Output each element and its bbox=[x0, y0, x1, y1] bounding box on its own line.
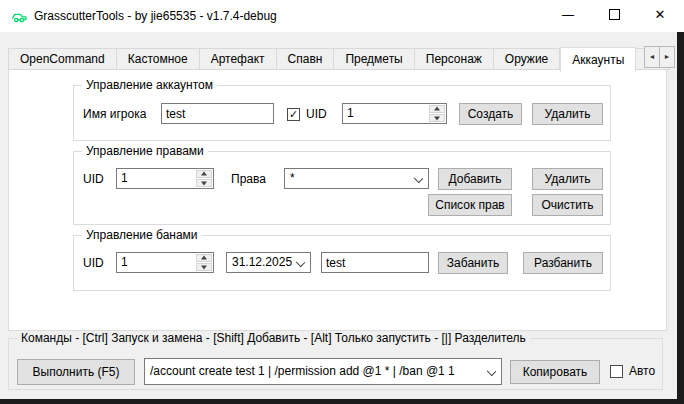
tab-custom[interactable]: Кастомное bbox=[117, 48, 200, 70]
chevron-down-icon bbox=[414, 174, 423, 183]
window-title: GrasscutterTools - by jie65535 - v1.7.4-… bbox=[34, 0, 277, 32]
close-button[interactable]: ✕ bbox=[637, 0, 683, 32]
triangle-up-icon bbox=[434, 107, 440, 111]
tab-scroll-right-button[interactable]: ► bbox=[659, 46, 675, 68]
uid-checkbox-label: UID bbox=[306, 107, 327, 121]
maximize-icon bbox=[609, 9, 620, 20]
auto-checkbox-wrap: Авто bbox=[610, 364, 655, 378]
uid-checkbox-wrap: ✓ UID bbox=[287, 107, 327, 121]
chevron-down-icon bbox=[296, 258, 305, 267]
triangle-up-icon bbox=[201, 172, 207, 176]
unban-button[interactable]: Разбанить bbox=[523, 252, 603, 274]
ban-date-picker[interactable]: 31.12.2025 bbox=[226, 252, 311, 273]
uid-checkbox[interactable]: ✓ bbox=[287, 108, 300, 121]
ban-uid-value: 1 bbox=[121, 253, 128, 272]
account-management-group: Управление аккаунтом Имя игрока ✓ UID 1 … bbox=[73, 85, 611, 141]
ban-date-value: 31.12.2025 bbox=[232, 253, 292, 272]
ban-uid-label: UID bbox=[83, 252, 104, 274]
minimize-icon: — bbox=[562, 8, 574, 22]
account-uid-stepper[interactable]: 1 bbox=[342, 103, 447, 124]
tab-weapon[interactable]: Оружие bbox=[494, 48, 560, 70]
account-uid-value: 1 bbox=[347, 104, 354, 123]
title-bar: GrasscutterTools - by jie65535 - v1.7.4-… bbox=[0, 0, 684, 32]
close-icon: ✕ bbox=[655, 7, 666, 22]
spinner bbox=[196, 170, 212, 187]
permission-management-group: Управление правами UID 1 Права * Добавит… bbox=[73, 151, 611, 225]
triangle-down-icon bbox=[434, 116, 440, 120]
app-icon bbox=[11, 8, 28, 25]
run-command-button[interactable]: Выполнить (F5) bbox=[17, 359, 135, 385]
tab-opencommand[interactable]: OpenCommand bbox=[8, 48, 117, 70]
check-icon: ✓ bbox=[289, 108, 298, 120]
ban-uid-stepper[interactable]: 1 bbox=[116, 252, 214, 273]
ban-reason-input[interactable] bbox=[321, 252, 429, 273]
maximize-button[interactable] bbox=[591, 0, 637, 32]
perm-uid-stepper[interactable]: 1 bbox=[116, 168, 214, 189]
spinner-down-button[interactable] bbox=[196, 179, 212, 187]
tab-spawn[interactable]: Спавн bbox=[277, 48, 335, 70]
tab-accounts[interactable]: Аккаунты bbox=[560, 47, 636, 72]
perm-label: Права bbox=[231, 168, 266, 190]
triangle-down-icon bbox=[201, 265, 207, 269]
ban-button[interactable]: Забанить bbox=[438, 252, 508, 274]
tab-scroll-buttons: ◄ ► bbox=[645, 46, 675, 68]
spinner-up-button[interactable] bbox=[196, 254, 212, 262]
triangle-down-icon bbox=[201, 181, 207, 185]
command-combo[interactable]: /account create test 1 | /permission add… bbox=[144, 358, 502, 385]
perm-combo-value: * bbox=[290, 169, 410, 188]
group-title: Управление аккаунтом bbox=[82, 78, 217, 93]
spinner-down-button[interactable] bbox=[429, 114, 445, 122]
copy-command-button[interactable]: Копировать bbox=[510, 360, 600, 384]
spinner-up-button[interactable] bbox=[196, 170, 212, 178]
player-name-input[interactable] bbox=[161, 103, 274, 124]
perm-uid-label: UID bbox=[83, 168, 104, 190]
auto-checkbox[interactable] bbox=[610, 365, 623, 378]
spinner bbox=[429, 105, 445, 122]
add-permission-button[interactable]: Добавить bbox=[438, 168, 512, 190]
player-name-label: Имя игрока bbox=[83, 103, 146, 125]
group-title: Управление правами bbox=[82, 144, 208, 159]
perm-combo[interactable]: * bbox=[284, 168, 429, 189]
chevron-down-icon bbox=[487, 367, 496, 376]
tab-artifact[interactable]: Артефакт bbox=[200, 48, 277, 70]
scroll-left-icon: ◄ bbox=[649, 53, 656, 60]
commands-group-title: Команды - [Ctrl] Запуск и замена - [Shif… bbox=[17, 331, 530, 346]
list-permissions-button[interactable]: Список прав bbox=[428, 194, 512, 216]
remove-permission-button[interactable]: Удалить bbox=[532, 168, 603, 190]
commands-group: Команды - [Ctrl] Запуск и замена - [Shif… bbox=[8, 338, 663, 390]
tab-character[interactable]: Персонаж bbox=[415, 48, 494, 70]
spinner bbox=[196, 254, 212, 271]
tab-scroll-left-button[interactable]: ◄ bbox=[644, 46, 660, 68]
scroll-right-icon: ► bbox=[664, 53, 671, 60]
tab-items[interactable]: Предметы bbox=[334, 48, 414, 70]
auto-checkbox-label: Авто bbox=[629, 364, 655, 378]
spinner-up-button[interactable] bbox=[429, 105, 445, 113]
accounts-tab-page: Управление аккаунтом Имя игрока ✓ UID 1 … bbox=[8, 69, 667, 331]
group-title: Управление банами bbox=[82, 228, 202, 243]
perm-uid-value: 1 bbox=[121, 169, 128, 188]
delete-account-button[interactable]: Удалить bbox=[532, 103, 603, 125]
spinner-down-button[interactable] bbox=[196, 263, 212, 271]
command-combo-value: /account create test 1 | /permission add… bbox=[150, 359, 483, 384]
clear-permissions-button[interactable]: Очистить bbox=[532, 194, 603, 216]
ban-management-group: Управление банами UID 1 31.12.2025 Забан… bbox=[73, 235, 611, 291]
tab-strip: OpenCommand Кастомное Артефакт Спавн Пре… bbox=[8, 47, 670, 70]
minimize-button[interactable]: — bbox=[545, 0, 591, 32]
create-account-button[interactable]: Создать bbox=[459, 103, 522, 125]
triangle-up-icon bbox=[201, 256, 207, 260]
